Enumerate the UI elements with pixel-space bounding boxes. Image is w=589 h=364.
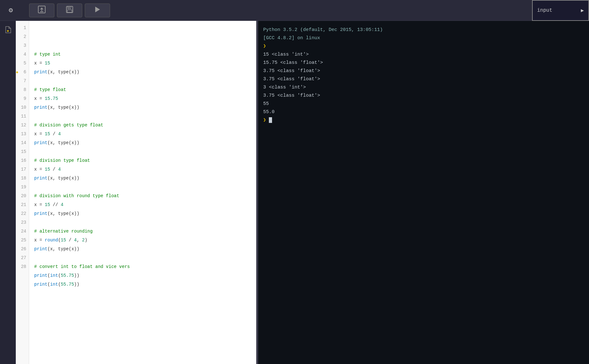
input-label: input [537, 8, 552, 13]
terminal-output-5: 3.75 <class 'float'> [263, 92, 584, 100]
terminal-header-line2: [GCC 4.8.2] on linux [263, 34, 584, 42]
code-line-2: x = 15 [34, 59, 256, 68]
code-line-15: print(x, type(x)) [34, 174, 256, 183]
line-number-2: 2 [24, 32, 26, 41]
file-add-icon[interactable] [2, 24, 14, 35]
line-number-6: 6 [24, 68, 26, 76]
code-line-13: # division type float [34, 156, 256, 165]
line-number-23: 23 [21, 218, 26, 227]
input-button[interactable]: input ▶ [532, 0, 589, 21]
line-number-10: 10 [21, 103, 26, 112]
code-line-22: x = round(15 / 4, 2) [34, 236, 256, 245]
terminal-output-6: 55 [263, 100, 584, 108]
terminal-output-1: 15.75 <class 'float'> [263, 59, 584, 67]
line-numbers: 1234567891011121314151617181920212223242… [16, 21, 29, 364]
save-icon [66, 6, 73, 15]
line-number-25: 25 [21, 236, 26, 245]
code-line-27: print(int(55.75)) [34, 280, 256, 289]
input-arrow-icon: ▶ [581, 7, 584, 14]
code-line-26: print(int(55.75)) [34, 271, 256, 280]
editor-panel[interactable]: 1234567891011121314151617181920212223242… [16, 21, 256, 364]
code-line-17: # division with round type float [34, 191, 256, 200]
code-line-7: print(x, type(x)) [34, 103, 256, 112]
code-line-5: # type float [34, 85, 256, 94]
code-line-21: # alternative rounding [34, 227, 256, 236]
code-line-14: x = 15 / 4 [34, 165, 256, 174]
line-number-21: 21 [21, 200, 26, 209]
line-number-13: 13 [21, 130, 26, 138]
export-button[interactable] [29, 3, 54, 17]
code-line-20 [34, 218, 256, 227]
gear-icon: ⚙ [9, 6, 13, 15]
left-sidebar [0, 21, 16, 364]
terminal-header-line1: Python 3.5.2 (default, Dec 2015, 13:05:1… [263, 26, 584, 34]
line-number-19: 19 [21, 183, 26, 191]
line-number-8: 8 [24, 85, 26, 94]
line-number-22: 22 [21, 209, 26, 218]
code-line-11: print(x, type(x)) [34, 138, 256, 147]
line-number-12: 12 [21, 121, 26, 130]
gear-button[interactable]: ⚙ [4, 3, 18, 17]
line-number-18: 18 [21, 174, 26, 183]
code-line-8 [34, 112, 256, 121]
line-number-3: 3 [24, 41, 26, 50]
svg-rect-3 [67, 10, 72, 12]
code-line-25: # convert int to float and vice vers [34, 262, 256, 271]
line-number-7: 7 [24, 76, 26, 85]
terminal-output-0: 15 <class 'int'> [263, 51, 584, 59]
code-line-3: print(x, type(x)) [34, 68, 256, 76]
terminal-output-7: 55.0 [263, 108, 584, 116]
code-line-16 [34, 183, 256, 191]
code-line-28 [34, 289, 256, 298]
prompt-symbol-final: ❯ [263, 118, 269, 123]
line-number-5: 5 [24, 59, 26, 68]
line-number-14: 14 [21, 138, 26, 147]
code-area[interactable]: # type intx = 15print(x, type(x)) # type… [29, 21, 256, 364]
line-number-26: 26 [21, 245, 26, 253]
svg-rect-4 [69, 7, 70, 8]
line-number-15: 15 [21, 147, 26, 156]
terminal-output-4: 3 <class 'int'> [263, 83, 584, 92]
code-line-19: print(x, type(x)) [34, 209, 256, 218]
terminal-prompt-final: ❯ [263, 116, 584, 124]
code-line-6: x = 15.75 [34, 94, 256, 103]
line-number-9: 9 [24, 94, 26, 103]
line-number-28: 28 [21, 262, 26, 271]
toolbar: ⚙ [0, 0, 589, 21]
line-number-20: 20 [21, 191, 26, 200]
terminal-output-3: 3.75 <class 'float'> [263, 75, 584, 83]
line-number-4: 4 [24, 50, 26, 59]
line-number-11: 11 [21, 112, 26, 121]
code-line-24 [34, 253, 256, 262]
line-number-1: 1 [24, 23, 26, 32]
save-button[interactable] [57, 3, 82, 17]
code-line-23: print(x, type(x)) [34, 245, 256, 253]
terminal-cursor [269, 117, 272, 123]
terminal-panel[interactable]: Python 3.5.2 (default, Dec 2015, 13:05:1… [258, 21, 589, 364]
code-line-4 [34, 76, 256, 85]
code-line-9: # division gets type float [34, 121, 256, 130]
code-line-10: x = 15 / 4 [34, 130, 256, 138]
terminal-prompt-1: ❯ [263, 42, 584, 51]
line-number-17: 17 [21, 165, 26, 174]
export-icon [38, 5, 46, 15]
line-number-24: 24 [21, 227, 26, 236]
terminal-outputs: 15 <class 'int'>15.75 <class 'float'>3.7… [263, 51, 584, 116]
main-area: 1234567891011121314151617181920212223242… [0, 21, 589, 364]
run-button[interactable] [85, 3, 110, 17]
line-number-27: 27 [21, 253, 26, 262]
prompt-symbol-1: ❯ [263, 44, 266, 49]
terminal-output-2: 3.75 <class 'float'> [263, 67, 584, 75]
code-line-18: x = 15 // 4 [34, 200, 256, 209]
code-line-12 [34, 147, 256, 156]
run-icon [94, 6, 101, 15]
code-line-1: # type int [34, 50, 256, 59]
line-number-16: 16 [21, 156, 26, 165]
